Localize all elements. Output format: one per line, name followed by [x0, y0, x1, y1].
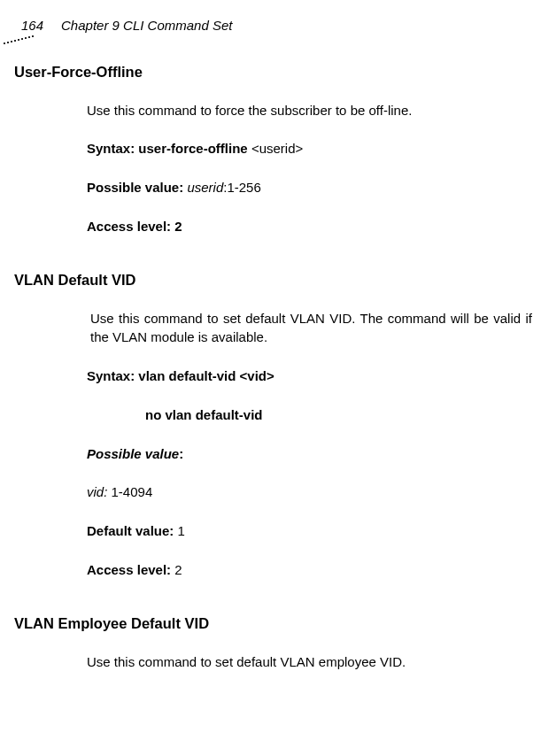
pv-label: Possible value:	[87, 180, 187, 195]
dv-value: 1	[178, 523, 185, 538]
section1-body: Use this command to force the subscriber…	[87, 101, 532, 236]
syntax-label: Syntax: user-force-offline	[87, 141, 251, 156]
page-header: 164 Chapter 9 CLI Command Set	[16, 16, 532, 35]
page-number: 164	[21, 16, 43, 35]
section-heading-vlan-default-vid: VLAN Default VID	[14, 270, 532, 291]
section-heading-vlan-employee-default-vid: VLAN Employee Default VID	[14, 613, 532, 635]
pv-label: Possible value	[87, 446, 179, 461]
pv-rest: :1-256	[223, 180, 261, 195]
decorative-dots	[0, 35, 35, 46]
al-value: 2	[174, 562, 182, 577]
dv-label: Default value:	[87, 523, 178, 538]
section2-default-value: Default value: 1	[87, 521, 532, 541]
syntax-arg: <userid>	[251, 141, 303, 156]
section2-vid: vid: 1-4094	[87, 482, 532, 502]
section2-syntax2: no vlan default-vid	[145, 405, 532, 425]
vid-value: 1-4094	[112, 484, 153, 499]
section2-body: Use this command to set default VLAN VID…	[87, 309, 532, 580]
section2-syntax1: Syntax: vlan default-vid <vid>	[87, 366, 532, 386]
pv-userid: userid	[187, 180, 223, 195]
section1-possible-value: Possible value: userid:1-256	[87, 178, 532, 197]
vid-label: vid:	[87, 484, 112, 499]
section1-syntax: Syntax: user-force-offline <userid>	[87, 139, 532, 158]
chapter-title: Chapter 9 CLI Command Set	[61, 16, 232, 35]
section3-desc: Use this command to set default VLAN emp…	[87, 652, 532, 672]
section2-possible-value-label: Possible value:	[87, 444, 532, 464]
section2-desc: Use this command to set default VLAN VID…	[90, 309, 532, 348]
section1-desc: Use this command to force the subscriber…	[87, 101, 532, 120]
section1-access-level: Access level: 2	[87, 217, 532, 236]
section2-access-level: Access level: 2	[87, 560, 532, 580]
al-label: Access level:	[87, 562, 174, 577]
section3-body: Use this command to set default VLAN emp…	[87, 652, 532, 672]
page-container: 164 Chapter 9 CLI Command Set User-Force…	[0, 0, 541, 756]
pv-colon: :	[179, 446, 183, 461]
section-heading-user-force-offline: User-Force-Offline	[14, 62, 532, 83]
